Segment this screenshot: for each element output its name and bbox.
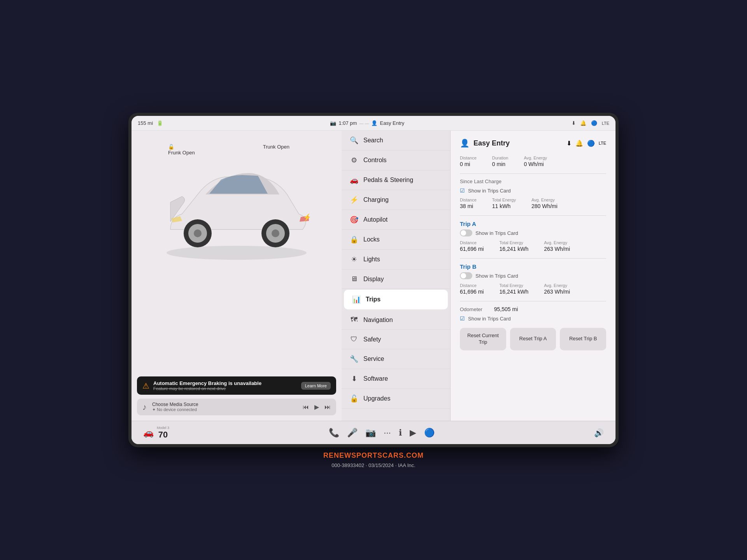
car-labels: 🔓 Frunk Open Trunk Open: [137, 136, 336, 376]
menu-item-autopilot[interactable]: 🎯 Autopilot: [342, 210, 450, 230]
info-icon[interactable]: ℹ: [399, 428, 402, 438]
volume-icon[interactable]: 🔊: [594, 428, 604, 438]
trip-a-show-trips-row[interactable]: Show in Trips Card: [460, 229, 606, 236]
menu-item-trips[interactable]: 📊 Trips: [344, 290, 448, 310]
menu-item-locks[interactable]: 🔒 Locks: [342, 230, 450, 250]
music-icon: ♪: [142, 402, 147, 412]
menu-item-software[interactable]: ⬇ Software: [342, 369, 450, 389]
watermark-sub: 000-38933402 · 03/15/2024 · IAA Inc.: [331, 462, 415, 468]
taskbar-speed: Model 3 70: [157, 426, 169, 440]
dots-icon[interactable]: ···: [384, 428, 391, 438]
icon4: LTE: [599, 141, 606, 145]
menu-item-service[interactable]: 🔧 Service: [342, 349, 450, 369]
trip-a-show-label: Show in Trips Card: [475, 230, 518, 236]
menu-item-navigation[interactable]: 🗺 Navigation: [342, 310, 450, 330]
upgrades-icon: 🔓: [349, 394, 359, 403]
top-bar-center: 📷 1:07 pm — — 👤 Easy Entry: [330, 120, 404, 126]
divider4: [460, 301, 606, 301]
top-bar: 155 mi 🔋 📷 1:07 pm — — 👤 Easy Entry ⬇ 🔔 …: [132, 116, 615, 131]
svg-text:⚡: ⚡: [303, 213, 312, 222]
since-last-avg-energy: Avg. Energy 280 Wh/mi: [531, 198, 558, 209]
play-button[interactable]: ▶: [314, 403, 319, 411]
trip-a-avg-energy: Avg. Energy 263 Wh/mi: [544, 240, 570, 252]
since-last-show-trips-row[interactable]: ☑ Show in Trips Card: [460, 187, 606, 194]
taskbar-center: 📞 🎤 📷 ··· ℹ ▶ 🔵: [329, 428, 434, 438]
camera-icon: 📷: [330, 120, 336, 126]
trip-b-toggle[interactable]: [460, 272, 472, 279]
taskbar-right: 🔊: [594, 428, 604, 438]
reset-trip-b-button[interactable]: Reset Trip B: [560, 328, 606, 350]
stat-avg-energy: Avg. Energy 0 Wh/mi: [524, 156, 547, 167]
mic-icon[interactable]: 🎤: [347, 428, 358, 438]
menu-item-lights[interactable]: ☀ Lights: [342, 250, 450, 270]
charging-icon: ⚡: [349, 196, 359, 204]
main-area: 🔓 Frunk Open Trunk Open: [132, 131, 615, 421]
screen-frame: 155 mi 🔋 📷 1:07 pm — — 👤 Easy Entry ⬇ 🔔 …: [128, 113, 619, 447]
right-panel: 👤 Easy Entry ⬇ 🔔 🔵 LTE Distance 0 mi: [451, 131, 615, 421]
learn-more-button[interactable]: Learn More: [301, 382, 331, 390]
autopilot-icon: 🎯: [349, 215, 359, 224]
play-taskbar-icon[interactable]: ▶: [410, 428, 416, 438]
trip-b-total-energy: Total Energy 16,241 kWh: [499, 283, 528, 295]
camera-taskbar-icon[interactable]: 📷: [365, 428, 376, 438]
divider3: [460, 258, 606, 259]
emergency-title: Automatic Emergency Braking is unavailab…: [153, 380, 297, 386]
icon3: 🔵: [587, 140, 595, 147]
reset-trip-a-button[interactable]: Reset Trip A: [510, 328, 556, 350]
download-icon: ⬇: [572, 120, 576, 126]
bluetooth-icon: 🔵: [591, 120, 597, 126]
center-menu: 🔍 Search ⚙ Controls 🚗 Pedals & Steering …: [342, 131, 451, 421]
panel-header: 👤 Easy Entry ⬇ 🔔 🔵 LTE: [460, 138, 606, 148]
media-bar[interactable]: ♪ Choose Media Source ✦ No device connec…: [137, 399, 336, 415]
trip-a-stats: Distance 61,696 mi Total Energy 16,241 k…: [460, 240, 606, 252]
user-icon: 👤: [460, 138, 470, 148]
battery-icon: 🔋: [157, 120, 163, 126]
menu-item-pedals[interactable]: 🚗 Pedals & Steering: [342, 170, 450, 190]
odometer-value: 95,505 mi: [494, 306, 518, 312]
taskbar: 🚗 Model 3 70 📞 🎤 📷 ··· ℹ ▶ 🔵 🔊: [132, 421, 615, 444]
emergency-subtitle: Feature may be restored on next drive: [153, 386, 297, 391]
prev-button[interactable]: ⏮: [303, 404, 309, 411]
stat-distance: Distance 0 mi: [460, 156, 477, 167]
reset-current-trip-button[interactable]: Reset Current Trip: [460, 328, 506, 350]
tesla-screen: 155 mi 🔋 📷 1:07 pm — — 👤 Easy Entry ⬇ 🔔 …: [132, 116, 615, 444]
model-label: Model 3: [157, 426, 169, 430]
phone-icon[interactable]: 📞: [329, 428, 339, 438]
safety-icon: 🛡: [349, 335, 359, 343]
easy-entry-stats: Distance 0 mi Duration 0 min Avg. Energy…: [460, 156, 606, 167]
menu-item-display[interactable]: 🖥 Display: [342, 270, 450, 289]
since-last-stats: Distance 38 mi Total Energy 11 kWh Avg. …: [460, 198, 606, 209]
trip-b-show-trips-row[interactable]: Show in Trips Card: [460, 272, 606, 279]
since-last-charge-label: Since Last Charge: [460, 178, 606, 184]
icon1: ⬇: [566, 140, 572, 147]
menu-item-upgrades[interactable]: 🔓 Upgrades: [342, 389, 450, 409]
display-icon: 🖥: [349, 275, 359, 283]
trips-icon: 📊: [352, 295, 361, 304]
svg-point-3: [194, 229, 202, 237]
panel-title: Easy Entry: [473, 139, 510, 147]
odometer-show-trips-row[interactable]: ☑ Show in Trips Card: [460, 315, 606, 322]
top-bar-left: 155 mi 🔋: [138, 120, 163, 126]
odometer-checkbox[interactable]: ☑: [460, 315, 465, 322]
svg-point-0: [167, 246, 307, 260]
menu-item-controls[interactable]: ⚙ Controls: [342, 150, 450, 170]
reset-buttons: Reset Current Trip Reset Trip A Reset Tr…: [460, 328, 606, 350]
menu-item-safety[interactable]: 🛡 Safety: [342, 330, 450, 349]
media-controls: ⏮ ▶ ⏭: [303, 403, 331, 411]
speed-value: 70: [158, 430, 168, 440]
lights-icon: ☀: [349, 255, 359, 264]
next-button[interactable]: ⏭: [324, 404, 331, 411]
pedals-icon: 🚗: [349, 176, 359, 184]
media-info: Choose Media Source ✦ No device connecte…: [152, 402, 297, 412]
watermark: RENEWSPORTSCARS.COM: [323, 452, 424, 460]
panel-icons: ⬇ 🔔 🔵 LTE: [566, 140, 606, 147]
trip-b-distance: Distance 61,696 mi: [460, 283, 484, 295]
since-last-checkbox[interactable]: ☑: [460, 187, 465, 194]
trip-a-toggle[interactable]: [460, 229, 472, 236]
bluetooth-taskbar-icon[interactable]: 🔵: [424, 428, 435, 438]
menu-item-charging[interactable]: ⚡ Charging: [342, 190, 450, 210]
warning-icon: ⚠: [142, 381, 149, 390]
media-subtitle: ✦ No device connected: [152, 407, 297, 412]
odometer-row: Odometer 95,505 mi: [460, 306, 606, 312]
menu-item-search[interactable]: 🔍 Search: [342, 131, 450, 150]
